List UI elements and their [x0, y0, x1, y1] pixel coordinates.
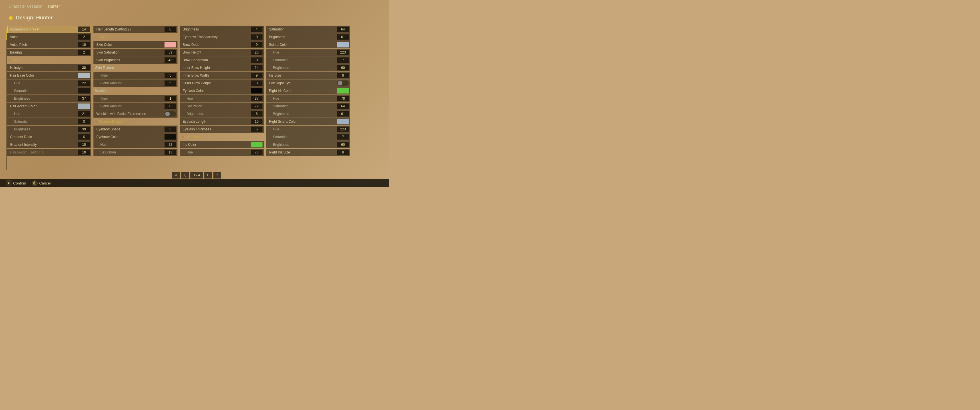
row-item[interactable]: Right Sclera Color [266, 118, 350, 125]
row-item[interactable]: Brightness6 [180, 110, 264, 118]
row-item[interactable]: Hair Accent Color [7, 103, 91, 110]
row-item[interactable]: Voice Pitch10 [7, 41, 91, 48]
row-item[interactable]: Hue21 [7, 110, 91, 118]
section-label: Skin [95, 35, 105, 39]
row-item[interactable]: Blend Amount0 [94, 103, 178, 110]
color-swatch[interactable] [164, 42, 177, 48]
row-item[interactable]: Hue78 [266, 95, 350, 102]
row-item[interactable]: Sclera Color [266, 41, 350, 48]
row-item[interactable]: Brightness60 [266, 141, 350, 148]
cancel-action[interactable]: ⓪ Cancel [32, 181, 51, 186]
row-label: Skin Brightness [96, 58, 120, 62]
row-item[interactable]: Saturation7 [266, 56, 350, 64]
color-swatch[interactable] [251, 142, 262, 148]
row-item[interactable]: Skin Brightness43 [94, 56, 178, 64]
row-item[interactable]: Voice2 [7, 33, 91, 41]
color-swatch[interactable] [78, 73, 90, 78]
row-item[interactable]: Type5 [94, 72, 178, 79]
row-item[interactable]: Right Iris Size8 [266, 149, 350, 156]
row-item[interactable]: Eye Color [180, 133, 264, 141]
row-item[interactable]: Skin Saturation59 [94, 49, 178, 56]
row-item[interactable]: Edit Right Eye [266, 79, 350, 87]
color-swatch[interactable] [337, 42, 349, 48]
row-item[interactable]: Eyelash Thickness5 [180, 126, 264, 133]
row-item[interactable]: Brightness61 [266, 33, 350, 41]
row-label: Hue [10, 81, 20, 85]
row-item[interactable]: Eyelash Color [180, 87, 264, 95]
row-item[interactable]: Wrinkles [94, 87, 178, 95]
row-item[interactable]: Skin Texture [94, 64, 178, 72]
color-swatch[interactable] [251, 88, 262, 94]
row-item[interactable]: Eyebrow Shape5 [94, 126, 178, 133]
color-swatch[interactable] [164, 134, 177, 140]
row-item[interactable]: Hue22 [7, 79, 91, 87]
row-item[interactable]: Eyebrow Color [94, 133, 178, 141]
color-swatch[interactable] [78, 103, 90, 109]
toggle-switch[interactable] [164, 111, 177, 117]
color-swatch[interactable] [337, 88, 349, 94]
row-item[interactable]: Saturation72 [180, 103, 264, 110]
row-item[interactable]: Hair Length (Setting 2)0 [94, 25, 178, 33]
row-item[interactable]: Hair Length (Setting 1)10 [7, 149, 91, 156]
row-item[interactable]: Eyelash Length10 [180, 118, 264, 125]
pagination-next[interactable]: E [204, 172, 212, 178]
row-item[interactable]: Skin [94, 33, 178, 41]
row-item[interactable]: Saturation64 [266, 103, 350, 110]
row-item[interactable]: Brightness39 [7, 126, 91, 133]
row-label: Hue [183, 150, 193, 154]
row-item[interactable]: Brightness60 [266, 64, 350, 72]
row-value: 6 [251, 111, 262, 117]
row-item[interactable]: Brightness4 [180, 25, 264, 33]
row-value: 60 [337, 65, 349, 71]
row-item[interactable]: Iris Color [180, 141, 264, 148]
row-item[interactable]: Gradient Ratio0 [7, 133, 91, 141]
row-item[interactable]: Brow Depth9 [180, 41, 264, 48]
row-item[interactable]: Skin Color [94, 41, 178, 48]
row-item[interactable]: Hue78 [180, 149, 264, 156]
row-value: 5 [164, 80, 177, 86]
confirm-action[interactable]: F Confirm [6, 181, 26, 186]
row-item[interactable]: Saturation7 [266, 133, 350, 141]
pagination-last[interactable]: » [213, 172, 221, 178]
toggle-switch[interactable] [337, 80, 349, 86]
row-item[interactable]: Brightness61 [266, 110, 350, 118]
color-swatch[interactable] [337, 119, 349, 124]
row-item[interactable]: Outer Brow Height3 [180, 79, 264, 87]
row-item[interactable]: Wrinkles with Facial Expressions [94, 110, 178, 118]
pagination-first[interactable]: « [172, 172, 180, 178]
row-item[interactable]: Saturation13 [94, 149, 178, 156]
row-item[interactable]: Type1 [94, 95, 178, 102]
row-item[interactable]: Bearing2 [7, 49, 91, 56]
row-item[interactable]: Right Iris Color [266, 87, 350, 95]
section-label: Eye Color [181, 135, 199, 139]
row-item[interactable]: Brow Separation0 [180, 56, 264, 64]
row-label: Hue [269, 51, 279, 54]
row-item[interactable]: Appearance Preset14 [7, 25, 91, 33]
row-item[interactable]: Inner Brow Width9 [180, 72, 264, 79]
row-item[interactable]: Saturation64 [266, 25, 350, 33]
row-item[interactable]: Hair Base Color [7, 72, 91, 79]
row-item[interactable]: Hairstyle30 [7, 64, 91, 72]
row-item[interactable]: Hue37 [180, 95, 264, 102]
row-value: 10 [78, 42, 90, 48]
row-value: 9 [251, 42, 262, 48]
row-item[interactable]: Eyebrow Eyelash [94, 118, 178, 125]
row-item[interactable]: Saturation0 [7, 118, 91, 125]
row-item[interactable]: Hue22 [94, 141, 178, 148]
row-label: Bearing [10, 51, 22, 54]
row-item[interactable]: Inner Brow Height14 [180, 64, 264, 72]
row-item[interactable]: Saturation1 [7, 87, 91, 95]
pagination-prev[interactable]: Q [181, 172, 189, 178]
row-item[interactable]: Gradient Intensity10 [7, 141, 91, 148]
row-item[interactable]: Eyebrow Transparency0 [180, 33, 264, 41]
row-item[interactable]: Brightness37 [7, 95, 91, 102]
row-item[interactable]: Hair [7, 56, 91, 64]
row-label: Eyebrow Shape [96, 127, 121, 131]
row-item[interactable]: Blend Amount5 [94, 79, 178, 87]
row-item[interactable]: Brow Height20 [180, 49, 264, 56]
row-item[interactable]: Hue223 [266, 49, 350, 56]
row-item[interactable]: Iris Size8 [266, 72, 350, 79]
row-label: Sclera Color [269, 43, 288, 47]
row-item[interactable]: Hue223 [266, 126, 350, 133]
row-label: Brightness [10, 127, 30, 131]
